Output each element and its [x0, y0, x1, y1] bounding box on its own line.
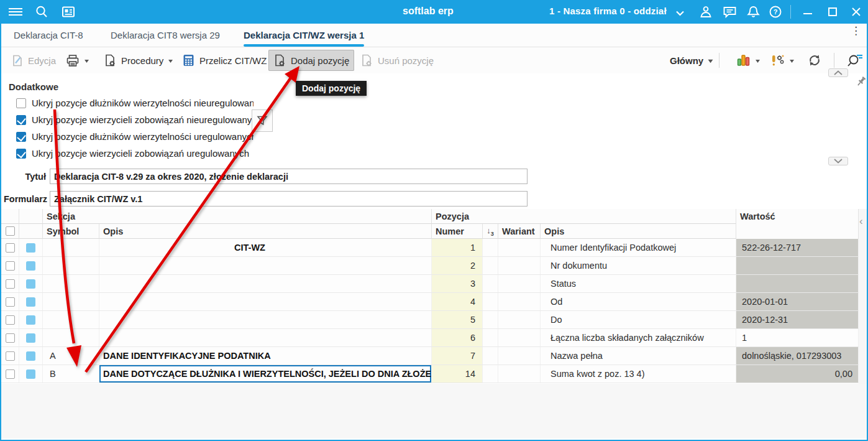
wariant-cell[interactable] — [498, 311, 541, 328]
numer-cell[interactable]: 5 — [432, 311, 483, 328]
sekcja-opis-cell[interactable] — [99, 293, 432, 310]
pozycja-opis-cell[interactable]: Od — [541, 293, 736, 310]
sekcja-opis-cell[interactable]: CIT-WZ — [99, 239, 432, 256]
symbol-cell[interactable] — [43, 293, 99, 310]
wariant-cell[interactable] — [498, 293, 541, 310]
wartosc-cell[interactable]: 522-26-12-717 — [736, 239, 859, 256]
numer-cell[interactable]: 4 — [432, 293, 483, 310]
company-selector[interactable]: 1 - Nasza firma 0 - oddział — [549, 6, 667, 16]
sekcja-opis-cell[interactable] — [99, 257, 432, 274]
column-header-opis-sekcja[interactable]: Opis — [99, 224, 432, 239]
pozycja-opis-cell[interactable]: Nr dokumentu — [541, 257, 736, 274]
minimize-icon[interactable] — [800, 4, 815, 19]
table-row[interactable]: CIT-WZ1Numer Identyfikacji Podatkowej522… — [1, 239, 859, 257]
chevron-down-icon[interactable] — [672, 6, 687, 21]
wartosc-cell[interactable]: 1 — [736, 329, 859, 346]
view-selector[interactable]: Główny ▾ — [665, 50, 717, 71]
wariant-cell[interactable] — [498, 365, 541, 383]
row-checkbox[interactable] — [6, 369, 15, 379]
wartosc-cell[interactable]: 2020-12-31 — [736, 311, 859, 328]
sort-indicator[interactable]: ↓3 — [483, 224, 498, 239]
symbol-cell[interactable]: A — [43, 347, 99, 364]
checkbox-checked[interactable] — [16, 149, 26, 159]
table-row[interactable]: BDANE DOTYCZĄCE DŁUŻNIKA I WIERZYTELNOŚC… — [1, 365, 859, 383]
pozycja-opis-cell[interactable]: Status — [541, 275, 736, 292]
expand-panel-button[interactable] — [828, 157, 848, 165]
print-button[interactable]: ▾ — [61, 50, 93, 71]
maximize-icon[interactable] — [825, 4, 840, 19]
chevron-left-icon[interactable]: ‹ — [859, 215, 863, 228]
table-row[interactable]: 2Nr dokumentu — [1, 257, 859, 275]
row-checkbox[interactable] — [6, 279, 15, 289]
add-item-button[interactable]: Dodaj pozycję — [268, 50, 354, 71]
collapse-panel-button[interactable] — [828, 68, 848, 77]
numer-cell[interactable]: 2 — [432, 257, 483, 274]
wartosc-cell[interactable] — [736, 275, 859, 292]
search-icon[interactable] — [34, 4, 49, 19]
row-checkbox[interactable] — [6, 243, 15, 253]
numer-cell[interactable]: 6 — [432, 329, 483, 346]
wariant-cell[interactable] — [498, 329, 541, 346]
row-checkbox[interactable] — [6, 297, 15, 307]
tab-deklaracja-citwz-wersja-1[interactable]: Deklaracja CIT/WZ wersja 1 — [244, 24, 364, 47]
row-checkbox[interactable] — [6, 351, 15, 361]
close-icon[interactable] — [849, 4, 864, 19]
additional-checkbox-row[interactable]: Ukryj pozycje wierzycieli zobowiązań ure… — [16, 145, 254, 162]
remove-item-button[interactable]: Usuń pozycję — [355, 50, 439, 71]
symbol-cell[interactable] — [43, 329, 99, 346]
pozycja-opis-cell[interactable]: Nazwa pełna — [541, 347, 736, 364]
chart-button[interactable]: ▾ — [731, 50, 764, 71]
search-list-button[interactable] — [841, 50, 868, 71]
form-field[interactable] — [50, 191, 528, 207]
pozycja-opis-cell[interactable]: Łączna liczba składanych załączników — [541, 329, 736, 346]
numer-cell[interactable]: 7 — [432, 347, 483, 364]
wartosc-cell[interactable]: 0,00 — [736, 365, 859, 383]
group-header-sekcja[interactable]: Sekcja — [43, 209, 432, 224]
sekcja-opis-cell[interactable]: DANE IDENTYFIKACYJNE PODATNIKA — [99, 347, 432, 364]
wariant-cell[interactable] — [498, 275, 541, 292]
sekcja-opis-cell[interactable] — [99, 329, 432, 346]
wariant-cell[interactable] — [498, 257, 541, 274]
wartosc-cell[interactable]: dolnośląskie, 017293003 — [736, 347, 859, 364]
symbol-cell[interactable] — [43, 311, 99, 328]
user-icon[interactable] — [698, 4, 713, 19]
group-header-wartosc[interactable]: Wartość — [736, 209, 859, 224]
row-checkbox[interactable] — [6, 333, 15, 343]
table-row[interactable]: ADANE IDENTYFIKACYJNE PODATNIKA7Nazwa pe… — [1, 347, 859, 365]
news-icon[interactable] — [61, 4, 76, 19]
column-header-wariant[interactable]: Wariant — [498, 224, 541, 239]
wariant-cell[interactable] — [498, 239, 541, 256]
filter-button[interactable] — [252, 109, 273, 132]
additional-checkbox-row[interactable]: Ukryj pozycje wierzycieli zobowiązań nie… — [16, 111, 254, 128]
symbol-cell[interactable] — [43, 239, 99, 256]
additional-checkbox-row[interactable]: Ukryj pozycje dłużników wierzytelności n… — [16, 95, 254, 111]
procedures-button[interactable]: Procedury ▾ — [99, 50, 177, 71]
pin-icon[interactable] — [855, 75, 867, 88]
table-row[interactable]: 5Do2020-12-31 — [1, 311, 859, 329]
wartosc-cell[interactable]: 2020-01-01 — [736, 293, 859, 310]
tab-deklaracja-cit8[interactable]: Deklaracja CIT-8 — [14, 24, 83, 47]
tab-deklaracja-cit8-wersja-29[interactable]: Deklaracja CIT8 wersja 29 — [111, 24, 220, 47]
edit-button[interactable]: Edycja — [6, 50, 61, 71]
bell-icon[interactable] — [746, 4, 761, 19]
table-row[interactable]: 3Status — [1, 275, 859, 293]
checkbox-checked[interactable] — [16, 132, 26, 142]
sekcja-opis-cell[interactable] — [99, 311, 432, 328]
numer-cell[interactable]: 14 — [432, 365, 483, 383]
row-checkbox[interactable] — [6, 261, 15, 271]
row-checkbox[interactable] — [6, 315, 15, 325]
numer-cell[interactable]: 3 — [432, 275, 483, 292]
refresh-button[interactable] — [802, 50, 828, 71]
checkbox-unchecked[interactable] — [16, 98, 26, 108]
select-all-checkbox[interactable] — [6, 226, 15, 236]
chat-icon[interactable] — [722, 4, 737, 19]
pozycja-opis-cell[interactable]: Suma kwot z poz. 13 4) — [541, 365, 736, 383]
table-row[interactable]: 4Od2020-01-01 — [1, 293, 859, 311]
sekcja-opis-cell[interactable] — [99, 275, 432, 292]
column-header-opis-pozycja[interactable]: Opis — [541, 224, 736, 239]
tab-overflow-menu-icon[interactable]: ⋮ — [851, 29, 859, 33]
sekcja-opis-cell[interactable]: DANE DOTYCZĄCE DŁUŻNIKA I WIERZYTELNOŚCI… — [99, 365, 432, 383]
alerts-button[interactable]: ▾ — [765, 50, 798, 71]
symbol-cell[interactable] — [43, 257, 99, 274]
pozycja-opis-cell[interactable]: Do — [541, 311, 736, 328]
